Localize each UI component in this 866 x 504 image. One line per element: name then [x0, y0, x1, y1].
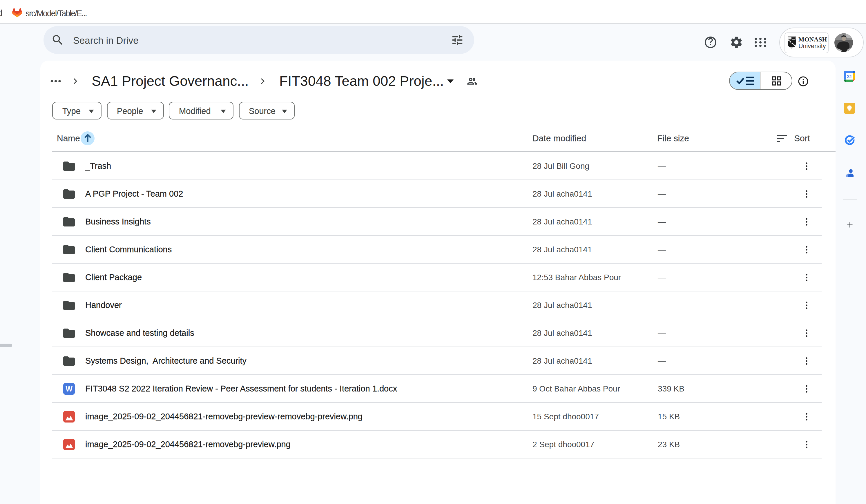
svg-text:31: 31	[847, 74, 852, 79]
